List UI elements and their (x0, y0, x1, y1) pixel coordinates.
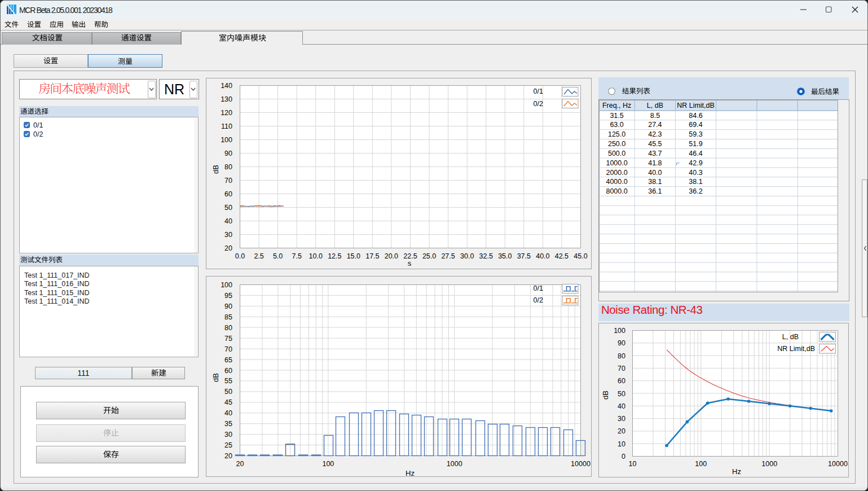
svg-text:42.5: 42.5 (555, 252, 569, 260)
svg-text:8000.0: 8000.0 (606, 187, 627, 195)
svg-text:50: 50 (224, 204, 232, 212)
svg-text:7.5: 7.5 (292, 252, 302, 260)
svg-text:L, dB: L, dB (647, 102, 663, 109)
svg-text:1000.0: 1000.0 (606, 159, 627, 167)
svg-text:70: 70 (618, 365, 625, 372)
svg-text:10: 10 (629, 460, 637, 468)
svg-text:60: 60 (224, 367, 232, 375)
svg-text:Hz: Hz (732, 467, 741, 476)
svg-text:80: 80 (224, 163, 232, 171)
svg-text:20: 20 (618, 427, 625, 435)
svg-text:31.5: 31.5 (610, 112, 623, 120)
svg-text:42.3: 42.3 (648, 130, 662, 138)
svg-text:15.0: 15.0 (347, 252, 360, 260)
svg-text:20.0: 20.0 (385, 252, 398, 260)
svg-text:dB: dB (212, 165, 220, 174)
svg-text:100: 100 (695, 460, 707, 468)
svg-text:0/2: 0/2 (534, 100, 543, 108)
svg-text:27.5: 27.5 (441, 252, 455, 260)
svg-text:Freq., Hz: Freq., Hz (602, 102, 631, 109)
svg-text:0/1: 0/1 (534, 87, 543, 95)
svg-text:dB: dB (601, 391, 610, 400)
svg-text:80: 80 (618, 352, 625, 360)
svg-text:0/2: 0/2 (534, 296, 543, 304)
svg-text:140: 140 (221, 82, 232, 90)
svg-text:1000: 1000 (761, 460, 777, 468)
svg-text:250.0: 250.0 (608, 140, 625, 148)
svg-text:4000.0: 4000.0 (606, 178, 627, 186)
svg-text:36.1: 36.1 (648, 187, 662, 195)
svg-text:95: 95 (224, 292, 232, 300)
svg-text:40: 40 (224, 217, 232, 225)
svg-text:8.5: 8.5 (650, 112, 660, 120)
svg-text:41.8: 41.8 (648, 159, 662, 167)
svg-text:40.3: 40.3 (689, 169, 702, 177)
svg-text:90: 90 (224, 303, 232, 310)
svg-text:12.5: 12.5 (328, 252, 341, 260)
svg-text:30: 30 (224, 431, 232, 439)
svg-text:65: 65 (224, 356, 232, 364)
svg-text:45: 45 (224, 398, 232, 406)
svg-text:40.0: 40.0 (536, 252, 549, 260)
svg-text:46.4: 46.4 (689, 150, 702, 157)
svg-text:69.4: 69.4 (689, 121, 702, 129)
svg-text:32.5: 32.5 (479, 252, 493, 260)
svg-text:500.0: 500.0 (608, 150, 625, 157)
svg-text:59.3: 59.3 (689, 130, 702, 138)
svg-text:51.9: 51.9 (689, 140, 702, 148)
svg-text:10.0: 10.0 (309, 252, 323, 260)
svg-text:2.5: 2.5 (254, 252, 263, 260)
svg-text:10000: 10000 (828, 460, 848, 468)
svg-text:10: 10 (618, 440, 625, 448)
svg-text:70: 70 (224, 345, 232, 353)
svg-text:45.5: 45.5 (648, 140, 662, 148)
svg-text:25.0: 25.0 (422, 252, 436, 260)
svg-text:1000: 1000 (447, 460, 462, 468)
svg-text:2000.0: 2000.0 (606, 169, 627, 177)
svg-text:20: 20 (224, 244, 232, 252)
svg-text:90: 90 (224, 150, 232, 157)
svg-text:0: 0 (622, 453, 625, 461)
svg-text:0.0: 0.0 (235, 252, 245, 260)
svg-text:70: 70 (224, 177, 232, 185)
svg-text:43.7: 43.7 (648, 150, 662, 157)
svg-text:40.0: 40.0 (648, 169, 662, 177)
svg-text:dB: dB (212, 373, 220, 382)
svg-text:20: 20 (236, 460, 244, 468)
svg-text:80: 80 (224, 324, 232, 332)
svg-text:37.5: 37.5 (517, 252, 531, 260)
svg-text:130: 130 (221, 95, 232, 103)
svg-text:5.0: 5.0 (273, 252, 283, 260)
svg-text:42.9: 42.9 (689, 159, 702, 167)
svg-text:100: 100 (221, 136, 232, 144)
svg-text:50: 50 (224, 388, 232, 396)
svg-text:120: 120 (221, 109, 232, 117)
svg-text:L, dB: L, dB (782, 333, 799, 341)
svg-text:84.6: 84.6 (689, 112, 702, 120)
svg-text:10000: 10000 (571, 460, 591, 468)
svg-text:s: s (408, 259, 412, 268)
svg-text:20: 20 (224, 452, 232, 460)
svg-text:NR Limit,dB: NR Limit,dB (677, 102, 715, 109)
svg-text:17.5: 17.5 (365, 252, 379, 260)
svg-text:35: 35 (224, 420, 232, 428)
svg-text:40: 40 (224, 409, 232, 417)
svg-text:85: 85 (224, 313, 232, 321)
svg-text:90: 90 (618, 339, 625, 347)
svg-text:36.2: 36.2 (689, 187, 702, 195)
svg-text:125.0: 125.0 (608, 130, 625, 138)
svg-text:NR Limit,dB: NR Limit,dB (777, 345, 815, 353)
svg-text:100: 100 (221, 281, 232, 289)
svg-text:75: 75 (224, 335, 232, 343)
svg-text:30: 30 (618, 415, 625, 423)
svg-text:38.1: 38.1 (689, 178, 702, 186)
svg-text:27.4: 27.4 (648, 121, 662, 129)
svg-text:35.0: 35.0 (498, 252, 512, 260)
svg-text:30.0: 30.0 (460, 252, 474, 260)
svg-text:40: 40 (618, 402, 625, 410)
svg-text:50: 50 (618, 390, 625, 398)
svg-text:60: 60 (618, 377, 625, 385)
svg-text:100: 100 (322, 460, 334, 468)
svg-text:55: 55 (224, 377, 232, 385)
svg-text:30: 30 (224, 231, 232, 239)
